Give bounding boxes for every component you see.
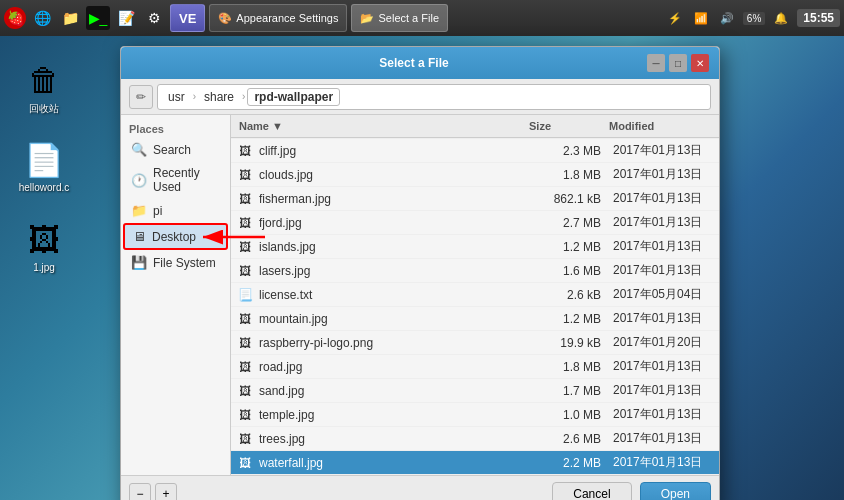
file-row[interactable]: 🖼 sand.jpg 1.7 MB 2017年01月13日	[231, 379, 719, 403]
file-dialog: Select a File ─ □ ✕ ✏ usr › share › rpd-…	[120, 46, 720, 500]
file-row[interactable]: 🖼 fjord.jpg 2.7 MB 2017年01月13日	[231, 211, 719, 235]
file-size: 1.6 MB	[529, 264, 609, 278]
file-size: 1.8 MB	[529, 360, 609, 374]
file-row[interactable]: 🖼 islands.jpg 1.2 MB 2017年01月13日	[231, 235, 719, 259]
sidebar-item-desktop[interactable]: 🖥 Desktop	[123, 223, 228, 250]
breadcrumb-usr[interactable]: usr	[162, 89, 191, 105]
file-row[interactable]: 🖼 temple.jpg 1.0 MB 2017年01月13日	[231, 403, 719, 427]
file-row[interactable]: 🖼 mountain.jpg 1.2 MB 2017年01月13日	[231, 307, 719, 331]
file-size: 2.6 MB	[529, 432, 609, 446]
file-row[interactable]: 📃 license.txt 2.6 kB 2017年05月04日	[231, 283, 719, 307]
clock: 15:55	[797, 9, 840, 27]
desktop-icon-helloword[interactable]: 📄 helloword.c	[12, 136, 76, 197]
file-row[interactable]: 🖼 trees.jpg 2.6 MB 2017年01月13日	[231, 427, 719, 451]
file-modified: 2017年01月13日	[609, 406, 719, 423]
breadcrumb-sep-2: ›	[242, 91, 245, 102]
header-size[interactable]: Size	[521, 118, 601, 134]
file-modified: 2017年01月13日	[609, 358, 719, 375]
settings-icon[interactable]: ⚙	[142, 6, 166, 30]
image-label: 1.jpg	[33, 262, 55, 273]
trash-label: 回收站	[29, 102, 59, 116]
editor-icon[interactable]: 📝	[114, 6, 138, 30]
file-type-icon: 🖼	[235, 192, 255, 206]
file-name: cliff.jpg	[255, 144, 529, 158]
breadcrumb-sep-1: ›	[193, 91, 196, 102]
file-size: 2.2 MB	[529, 456, 609, 470]
taskbar-right: ⚡ 📶 🔊 6% 🔔 15:55	[665, 8, 840, 28]
file-modified: 2017年01月13日	[609, 262, 719, 279]
file-size: 1.2 MB	[529, 240, 609, 254]
notification-icon[interactable]: 🔔	[771, 8, 791, 28]
file-row[interactable]: 🖼 road.jpg 1.8 MB 2017年01月13日	[231, 355, 719, 379]
taskbar-left: 🍓 🌐 📁 ▶_ 📝 ⚙ VE 🎨 Appearance Settings 📂 …	[4, 4, 661, 32]
helloword-label: helloword.c	[19, 182, 70, 193]
select-file-icon: 📂	[360, 12, 374, 25]
file-name: lasers.jpg	[255, 264, 529, 278]
file-modified: 2017年01月13日	[609, 382, 719, 399]
bluetooth-icon[interactable]: ⚡	[665, 8, 685, 28]
cancel-button[interactable]: Cancel	[552, 482, 631, 500]
file-row[interactable]: 🖼 waterfall.jpg 2.2 MB 2017年01月13日	[231, 451, 719, 475]
file-name: raspberry-pi-logo.png	[255, 336, 529, 350]
file-name: license.txt	[255, 288, 529, 302]
file-name: trees.jpg	[255, 432, 529, 446]
sidebar-item-search[interactable]: 🔍 Search	[123, 138, 228, 161]
dialog-minimize-button[interactable]: ─	[647, 54, 665, 72]
dialog-controls: ─ □ ✕	[647, 54, 709, 72]
file-size: 19.9 kB	[529, 336, 609, 350]
file-row[interactable]: 🖼 raspberry-pi-logo.png 19.9 kB 2017年01月…	[231, 331, 719, 355]
nav-add-button[interactable]: +	[155, 483, 177, 500]
desktop-icon-trash[interactable]: 🗑 回收站	[12, 56, 76, 120]
dialog-close-button[interactable]: ✕	[691, 54, 709, 72]
header-modified[interactable]: Modified	[601, 118, 711, 134]
trash-icon: 🗑	[24, 60, 64, 100]
file-type-icon: 🖼	[235, 264, 255, 278]
header-name[interactable]: Name ▼	[231, 118, 521, 134]
file-row[interactable]: 🖼 cliff.jpg 2.3 MB 2017年01月13日	[231, 139, 719, 163]
file-size: 2.6 kB	[529, 288, 609, 302]
open-button[interactable]: Open	[640, 482, 711, 500]
raspberry-pi-icon[interactable]: 🍓	[4, 7, 26, 29]
desktop-sidebar-icon: 🖥	[133, 229, 146, 244]
filelist-scroll[interactable]: 🖼 balloon.jpg 1.6 MB 2017年01月13日 🖼 bridg…	[231, 138, 719, 475]
vnc-viewer-badge[interactable]: VE	[170, 4, 205, 32]
file-size: 1.7 MB	[529, 384, 609, 398]
places-label: Places	[121, 119, 230, 137]
edit-button[interactable]: ✏	[129, 85, 153, 109]
volume-icon[interactable]: 🔊	[717, 8, 737, 28]
file-name: clouds.jpg	[255, 168, 529, 182]
sidebar-item-filesystem[interactable]: 💾 File System	[123, 251, 228, 274]
file-modified: 2017年01月13日	[609, 190, 719, 207]
file-type-icon: 🖼	[235, 144, 255, 158]
sidebar-item-recent[interactable]: 🕐 Recently Used	[123, 162, 228, 198]
file-modified: 2017年01月13日	[609, 454, 719, 471]
desktop-icon-image[interactable]: 🖼 1.jpg	[12, 216, 76, 277]
appearance-settings-app[interactable]: 🎨 Appearance Settings	[209, 4, 347, 32]
helloword-icon: 📄	[24, 140, 64, 180]
sidebar-desktop-label: Desktop	[152, 230, 196, 244]
nav-back-button[interactable]: −	[129, 483, 151, 500]
filelist-header: Name ▼ Size Modified	[231, 115, 719, 138]
file-row[interactable]: 🖼 lasers.jpg 1.6 MB 2017年01月13日	[231, 259, 719, 283]
file-modified: 2017年01月13日	[609, 166, 719, 183]
breadcrumb-share[interactable]: share	[198, 89, 240, 105]
file-size: 1.2 MB	[529, 312, 609, 326]
wifi-icon[interactable]: 📶	[691, 8, 711, 28]
terminal-icon[interactable]: ▶_	[86, 6, 110, 30]
dialog-maximize-button[interactable]: □	[669, 54, 687, 72]
file-name: temple.jpg	[255, 408, 529, 422]
filesystem-icon: 💾	[131, 255, 147, 270]
folder-icon[interactable]: 📁	[58, 6, 82, 30]
pi-icon: 📁	[131, 203, 147, 218]
select-file-app[interactable]: 📂 Select a File	[351, 4, 448, 32]
file-type-icon: 🖼	[235, 432, 255, 446]
breadcrumb-rpd[interactable]: rpd-wallpaper	[247, 88, 340, 106]
sidebar-item-pi[interactable]: 📁 pi	[123, 199, 228, 222]
browser-icon[interactable]: 🌐	[30, 6, 54, 30]
file-row[interactable]: 🖼 fisherman.jpg 862.1 kB 2017年01月13日	[231, 187, 719, 211]
file-name: fisherman.jpg	[255, 192, 529, 206]
file-name: islands.jpg	[255, 240, 529, 254]
sidebar-search-label: Search	[153, 143, 191, 157]
image-icon: 🖼	[24, 220, 64, 260]
file-row[interactable]: 🖼 clouds.jpg 1.8 MB 2017年01月13日	[231, 163, 719, 187]
